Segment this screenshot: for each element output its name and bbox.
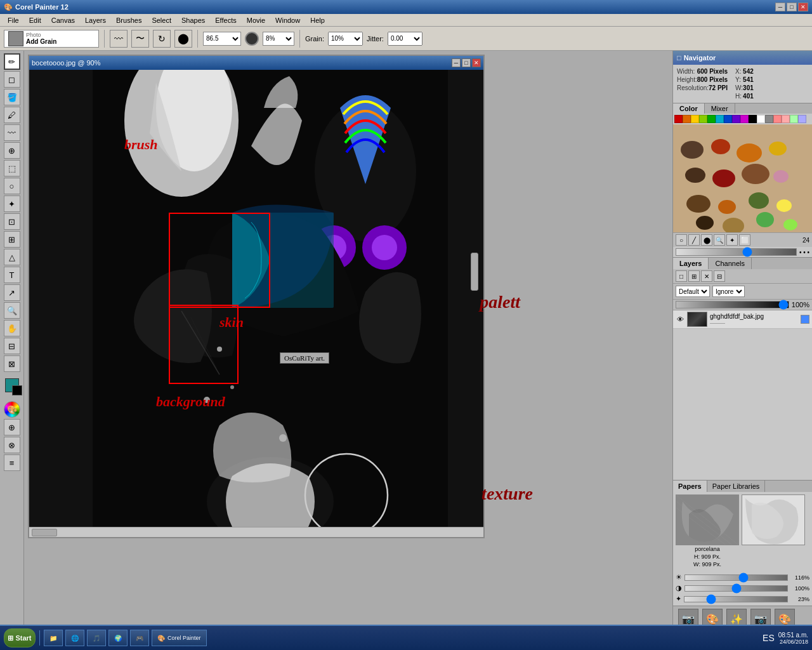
swatch-8[interactable] [740,115,749,123]
swatch-13[interactable] [782,115,790,123]
canvas-area[interactable]: bocetoooo.jpg @ 90% ─ □ ✕ [24,51,672,650]
menu-shapes[interactable]: Shapes [176,15,210,25]
doc-canvas[interactable]: brush skin background OsCuRiTy art. [29,70,483,527]
layer-group-btn[interactable]: ⊟ [714,270,725,282]
rotate-btn[interactable]: ↻ [153,30,171,48]
swatch-0[interactable] [674,115,683,123]
swatch-9[interactable] [749,115,757,123]
swatch-6[interactable] [724,115,732,123]
layer-delete-btn[interactable]: ✕ [701,270,712,282]
jitter-select[interactable]: 0.00 [388,32,422,46]
arrow-tool[interactable]: ↗ [4,284,20,301]
clone-tool[interactable]: ⊕ [4,142,20,159]
scrollbar-thumb-h[interactable] [32,529,57,536]
tab-layers[interactable]: Layers [673,258,709,269]
eraser-tool[interactable]: ◻ [4,71,20,88]
swatch-5[interactable] [716,115,724,123]
swatch-7[interactable] [732,115,740,123]
extra-tool1[interactable]: ⊕ [4,419,20,435]
opacity-select[interactable]: 8% [263,32,294,46]
lasso-tool[interactable]: ○ [4,178,20,194]
scrollbar-h[interactable] [29,527,483,537]
text-tool[interactable]: T [4,267,20,283]
contrast-slider[interactable] [684,585,788,592]
swatch-3[interactable] [699,115,707,123]
crop-tool[interactable]: ⊡ [4,213,20,230]
blend-mode-select[interactable]: Default [676,286,710,297]
layer-copy-btn[interactable]: ⊞ [688,270,700,282]
taskbar-item-ie[interactable]: 🌐 [65,630,84,646]
paint-tool[interactable]: 🪣 [4,89,20,105]
symmetry-tool[interactable]: ⊠ [4,355,20,372]
tab-papers[interactable]: Papers [673,481,707,492]
size-select[interactable]: 86.5 [203,32,241,46]
swatch-1[interactable] [683,115,691,123]
layer-eye-icon[interactable]: 👁 [676,315,684,324]
bristle-btn[interactable]: 〰 [110,30,128,48]
pen-tool[interactable]: 🖊 [4,107,20,123]
doc-min-btn[interactable]: ─ [452,58,461,67]
swatch-10[interactable] [757,115,765,123]
tab-mixer[interactable]: Mixer [705,103,735,114]
doc-close-btn[interactable]: ✕ [472,58,481,67]
taskbar-item-game[interactable]: 🎮 [130,630,149,646]
taskbar-item-painter[interactable]: 🎨 Corel Painter [152,630,207,646]
water-btn[interactable]: 〜 [131,30,149,48]
doc-controls[interactable]: ─ □ ✕ [452,58,481,67]
doc-max-btn[interactable]: □ [462,58,471,67]
maximize-button[interactable]: □ [787,3,797,11]
stamp-btn[interactable]: ⬤ [174,30,192,48]
swatch-15[interactable] [798,115,806,123]
brightness-slider[interactable] [684,574,788,581]
foreground-color[interactable] [5,378,19,392]
marquee-tool[interactable]: ⬚ [4,160,20,176]
menu-edit[interactable]: Edit [24,15,46,25]
menu-select[interactable]: Select [147,15,176,25]
swatch-12[interactable] [773,115,782,123]
tab-channels[interactable]: Channels [709,258,751,269]
menu-canvas[interactable]: Canvas [46,15,80,25]
taskbar-item-media[interactable]: 🎵 [87,630,106,646]
mixer-fill-btn[interactable]: ⬤ [701,234,712,246]
tab-paper-libraries[interactable]: Paper Libraries [707,481,766,492]
mixer-extra-btn[interactable]: ✦ [726,234,738,246]
layer-new-btn[interactable]: □ [676,270,687,282]
magic-wand-tool[interactable]: ✦ [4,196,20,212]
zoom-tool[interactable]: 🔍 [4,302,20,319]
brush-tool[interactable]: ✏ [4,53,20,70]
swatch-4[interactable] [707,115,716,123]
scrollbar-thumb-v[interactable] [471,253,478,291]
transform-tool[interactable]: ⊞ [4,231,20,248]
menu-movie[interactable]: Movie [242,15,270,25]
mixer-clear-btn[interactable]: ⬜ [739,234,750,246]
grain-select[interactable]: 10% [328,32,363,46]
composite-select[interactable]: Ignore [712,286,745,297]
menu-window[interactable]: Window [270,15,305,25]
layer-row[interactable]: 👁 ghghdfdfdf_bak.jpg ——— [673,310,812,329]
menu-file[interactable]: File [3,15,24,25]
title-controls[interactable]: ─ □ ✕ [775,3,808,11]
grabber-tool[interactable]: ✋ [4,320,20,336]
layer-opacity-slider[interactable] [676,301,789,308]
grain-slider[interactable] [684,596,788,602]
extra-tool2[interactable]: ⊗ [4,437,20,453]
menu-layers[interactable]: Layers [80,15,111,25]
smear-tool[interactable]: 〰 [4,124,20,141]
menu-effects[interactable]: Effects [210,15,241,25]
close-button[interactable]: ✕ [798,3,808,11]
mirror-tool[interactable]: ⊟ [4,338,20,354]
mixer-zoom-btn[interactable]: 🔍 [714,234,725,246]
swatch-2[interactable] [691,115,699,123]
minimize-button[interactable]: ─ [775,3,785,11]
extra-tool3[interactable]: ≡ [4,454,20,471]
mixer-circle-btn[interactable]: ○ [676,234,687,246]
paper-thumb-2[interactable] [742,494,805,545]
mixer-canvas[interactable] [673,124,812,232]
color-selector-btn[interactable]: 🎨 [4,401,20,418]
shape-tool[interactable]: △ [4,249,20,265]
mixer-brush-btn[interactable]: ╱ [688,234,700,246]
swatch-14[interactable] [790,115,798,123]
tab-color[interactable]: Color [673,103,705,114]
taskbar-item-browser[interactable]: 🌍 [108,630,128,646]
taskbar-item-folder[interactable]: 📁 [44,630,63,646]
